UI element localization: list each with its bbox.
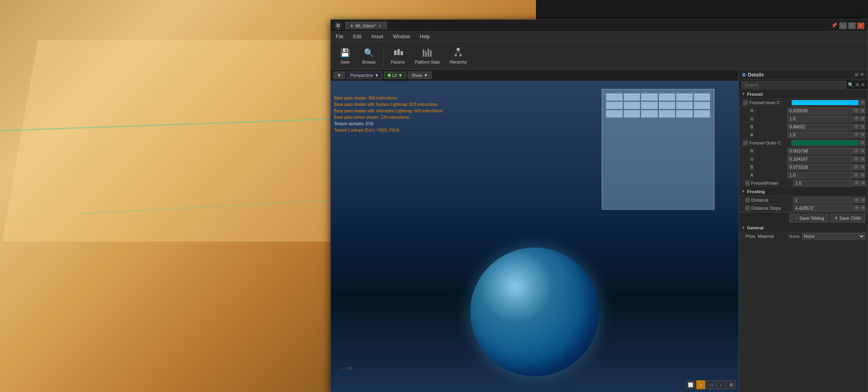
fresnel-inner-g-reset[interactable]: ↺ [853,116,859,122]
menu-edit[interactable]: Edit [351,33,363,40]
building-window [624,93,640,101]
distance-steps-checkbox[interactable] [745,206,750,210]
fresnel-outer-a-reset2[interactable]: ⊲ [860,172,865,178]
distance-steps-reset2[interactable]: ⊲ [860,205,866,211]
fresnel-power-value: ↺ ⊲ [793,180,866,186]
distance-reset[interactable]: ↺ [853,197,859,203]
fresnel-outer-color-reset[interactable]: ↺ [860,140,865,146]
fresnel-outer-r-reset[interactable]: ↺ [853,148,859,154]
fresnel-section-header[interactable]: ▼ Fresnel [739,90,868,99]
lit-button[interactable]: Lit ▼ [384,72,406,79]
fresnel-outer-b-input[interactable] [787,164,852,170]
fresnel-outer-checkbox[interactable] [743,140,748,145]
menu-help[interactable]: Help [418,33,432,40]
fresnel-outer-b-reset[interactable]: ↺ [853,164,859,170]
fresnel-inner-checkbox[interactable] [743,100,748,105]
stat-line-1: Base pass shader: 865 instructions [334,95,443,101]
fresnel-power-reset2[interactable]: ⊲ [860,180,866,186]
vp-ctrl-4[interactable]: ↕ [716,380,725,389]
glass-sphere [470,248,599,376]
fresnel-inner-r-reset[interactable]: ↺ [853,108,859,113]
maximize-button[interactable]: □ [848,23,856,29]
svg-rect-4 [425,51,427,56]
phys-material-select[interactable]: None [802,233,865,239]
tab-close-icon[interactable]: ✕ [378,24,382,28]
fresnel-inner-r-reset2[interactable]: ⊲ [860,108,865,113]
save-toolbar-button[interactable]: 💾 Save [334,45,356,66]
hierarchy-toolbar-button[interactable]: Hierarchy [446,45,471,66]
building-window [676,102,693,109]
fresnel-power-input[interactable] [793,180,853,186]
fresnel-inner-a-label: A [745,132,786,137]
perspective-label: Perspective [350,73,373,78]
fresnel-inner-a-reset[interactable]: ↺ [853,132,859,138]
title-tab[interactable]: MI_Glass* ✕ [345,22,387,29]
vp-ctrl-3[interactable]: ◁ [706,380,715,389]
distance-steps-input[interactable] [793,205,853,211]
show-button[interactable]: Show ▼ [408,72,432,79]
pin-icon[interactable]: 📌 [831,23,838,29]
fresnel-inner-g-reset2[interactable]: ⊲ [860,116,865,122]
phys-material-value: None None [787,233,865,239]
fresnel-inner-g-input[interactable] [787,116,852,122]
details-eye-icon[interactable]: 👁 [860,72,864,77]
viewport-options-dropdown[interactable]: ▼ [333,72,345,79]
fresnel-inner-color-swatch[interactable] [791,100,859,105]
browse-label: Browse [362,60,376,64]
params-toolbar-button[interactable]: Params [387,45,409,66]
fresnel-inner-a-input[interactable] [787,132,852,138]
fresnel-inner-b-label: B [745,124,786,129]
search-eye-icon[interactable]: 👁 [861,83,865,87]
fresnel-outer-g-input[interactable] [787,156,852,162]
fresnel-outer-color-swatch[interactable] [791,140,859,146]
search-magnifier-icon[interactable]: 🔍 [848,82,854,88]
search-grid-icon[interactable]: ⊞ [856,82,859,87]
fresnel-outer-r-reset2[interactable]: ⊲ [860,148,865,154]
general-section-header[interactable]: ▼ General [739,223,868,232]
perspective-button[interactable]: Perspective ▼ [347,72,382,79]
fresnel-outer-a-reset[interactable]: ↺ [853,172,859,178]
toolbar: 💾 Save 🔍 Browse Params [331,41,868,70]
fresnel-inner-color-reset[interactable]: ↺ [860,100,865,105]
building-window [694,110,710,118]
distance-row: Distance ↺ ⊲ [739,196,868,204]
fresnel-inner-r-input[interactable] [787,107,852,114]
frosting-section-header[interactable]: ▼ Frosting [739,187,868,196]
distance-checkbox[interactable] [745,198,750,202]
platform-stats-label: Platform Stats [415,60,440,64]
fresnel-outer-b-reset2[interactable]: ⊲ [860,164,865,170]
fresnel-inner-b-reset2[interactable]: ⊲ [860,124,865,130]
menu-window[interactable]: Window [391,33,412,40]
details-grid-icon[interactable]: ⊞ [855,72,858,77]
properties-area: ▼ Fresnel Fresnel Inner C ↺ R [739,90,868,392]
search-input[interactable] [741,81,846,89]
fresnel-power-reset[interactable]: ↺ [853,180,859,186]
distance-steps-reset[interactable]: ↺ [853,205,859,211]
distance-value: ↺ ⊲ [793,197,866,203]
fresnel-inner-b-input[interactable] [787,124,852,130]
browse-toolbar-button[interactable]: 🔍 Browse [358,45,380,66]
fresnel-outer-r-input[interactable] [787,148,852,154]
fresnel-inner-b-reset[interactable]: ↺ [853,124,859,130]
vp-ctrl-1[interactable]: ⬜ [686,380,695,389]
distance-reset2[interactable]: ⊲ [860,197,866,203]
menu-file[interactable]: File [334,33,345,40]
fresnel-outer-a-input[interactable] [787,172,852,178]
fresnel-inner-a-reset2[interactable]: ⊲ [860,132,865,138]
save-child-button[interactable]: ⬇ Save Child [830,214,865,223]
distance-input[interactable] [793,197,853,203]
close-button[interactable]: ✕ [857,23,864,29]
fresnel-outer-g-reset2[interactable]: ⊲ [860,156,865,162]
menu-asset[interactable]: Asset [370,33,385,40]
fresnel-outer-g-reset[interactable]: ↺ [853,156,859,162]
vp-ctrl-5[interactable]: ⊞ [727,380,735,389]
vp-ctrl-2[interactable]: ● [696,380,705,389]
building-window [641,102,658,109]
viewport[interactable]: ▼ Perspective ▼ Lit ▼ Show ▼ [331,70,739,392]
building-window [606,110,623,118]
minimize-button[interactable]: ─ [839,23,847,29]
platform-stats-button[interactable]: Platform Stats [411,45,444,66]
building-window [659,93,675,101]
save-sibling-button[interactable]: → Save Sibling [789,214,829,223]
fresnel-power-checkbox[interactable] [745,181,750,186]
